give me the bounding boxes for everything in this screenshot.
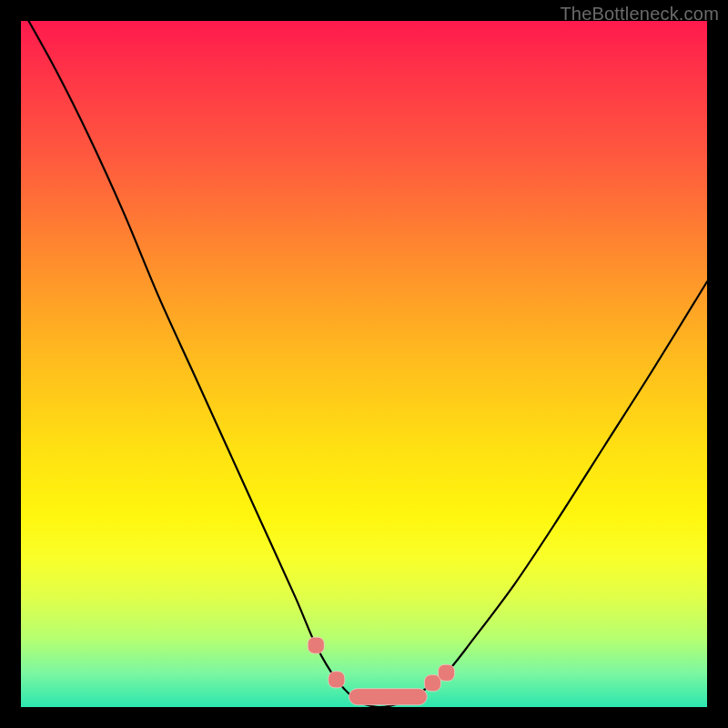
- bottleneck-curve: [21, 21, 707, 707]
- chart-marker: [308, 637, 324, 653]
- chart-marker: [438, 664, 454, 681]
- curve-plot: [21, 21, 707, 707]
- chart-area: [21, 21, 707, 707]
- chart-marker: [329, 672, 345, 688]
- chart-marker: [424, 675, 440, 692]
- watermark-text: TheBottleneck.com: [560, 4, 719, 25]
- chart-marker: [349, 689, 427, 705]
